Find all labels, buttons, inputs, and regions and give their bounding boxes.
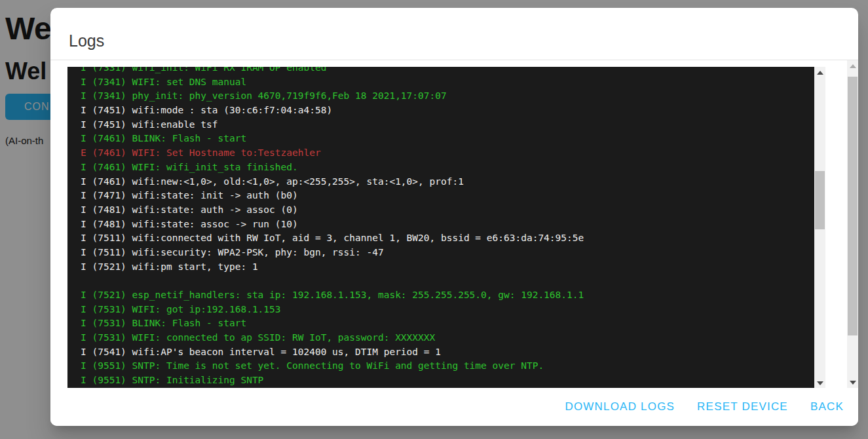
log-line: I (7331) wifi_init: WiFi RX IRAM OP enab… [81, 67, 814, 75]
log-line: I (7481) wifi:state: assoc -> run (10) [81, 218, 814, 232]
log-line: I (7341) WIFI: set DNS manual [81, 75, 814, 90]
dialog-footer: DOWNLOAD LOGS RESET DEVICE BACK [50, 388, 858, 426]
log-line: I (7481) wifi:state: auth -> assoc (0) [81, 203, 814, 218]
log-line: I (7461) BLINK: Flash - start [81, 132, 814, 146]
dialog-title: Logs [69, 31, 104, 50]
logs-dialog: Logs I (7331) wifi_init: WiFi RX IRAM OP… [50, 8, 858, 426]
log-line: I (7511) wifi:security: WPA2-PSK, phy: b… [81, 246, 814, 260]
log-scrollbar-thumb[interactable] [815, 171, 825, 229]
log-line: E (7461) WIFI: Set Hostname to:Testzaehl… [81, 146, 814, 161]
scroll-up-arrow-icon[interactable] [847, 60, 858, 71]
log-line: I (7521) wifi:pm start, type: 1 [81, 260, 814, 275]
dialog-content: I (7331) wifi_init: WiFi RX IRAM OP enab… [50, 61, 858, 388]
log-line: I (7541) wifi:AP's beacon interval = 102… [81, 345, 814, 360]
log-output[interactable]: I (7331) wifi_init: WiFi RX IRAM OP enab… [67, 67, 825, 389]
log-line: I (7341) phy_init: phy_version 4670,719f… [81, 89, 814, 104]
log-scrollbar[interactable] [814, 67, 825, 389]
log-line: I (7531) BLINK: Flash - start [81, 316, 814, 331]
log-line: I (9551) SNTP: Initializing SNTP [81, 373, 814, 388]
dialog-scrollbar-thumb[interactable] [848, 77, 858, 335]
dialog-scrollbar[interactable] [847, 60, 858, 388]
scroll-up-arrow-icon[interactable] [814, 67, 825, 78]
log-line: I (9551) SNTP: Time is not set yet. Conn… [81, 359, 814, 373]
log-line: I (7451) wifi:mode : sta (30:c6:f7:04:a4… [81, 104, 814, 118]
scroll-down-arrow-icon[interactable] [847, 377, 858, 388]
reset-device-button[interactable]: RESET DEVICE [697, 400, 788, 413]
log-line: I (7531) WIFI: got ip:192.168.1.153 [81, 303, 814, 317]
log-line: I (7451) wifi:enable tsf [81, 118, 814, 132]
log-output-text: I (7331) wifi_init: WiFi RX IRAM OP enab… [67, 67, 814, 389]
scroll-down-arrow-icon[interactable] [814, 377, 825, 389]
log-line: I (7521) esp_netif_handlers: sta ip: 192… [81, 288, 814, 303]
log-line: I (7461) WIFI: wifi_init_sta finished. [81, 161, 814, 175]
log-line: I (7531) WIFI: connected to ap SSID: RW … [81, 331, 814, 345]
log-line: I (7471) wifi:state: init -> auth (b0) [81, 189, 814, 203]
download-logs-button[interactable]: DOWNLOAD LOGS [565, 400, 675, 413]
dialog-header: Logs [50, 8, 858, 60]
back-button[interactable]: BACK [810, 400, 844, 413]
log-line [81, 274, 814, 288]
log-line: I (7511) wifi:connected with RW IoT, aid… [81, 231, 814, 246]
log-line: I (7461) wifi:new:<1,0>, old:<1,0>, ap:<… [81, 175, 814, 189]
